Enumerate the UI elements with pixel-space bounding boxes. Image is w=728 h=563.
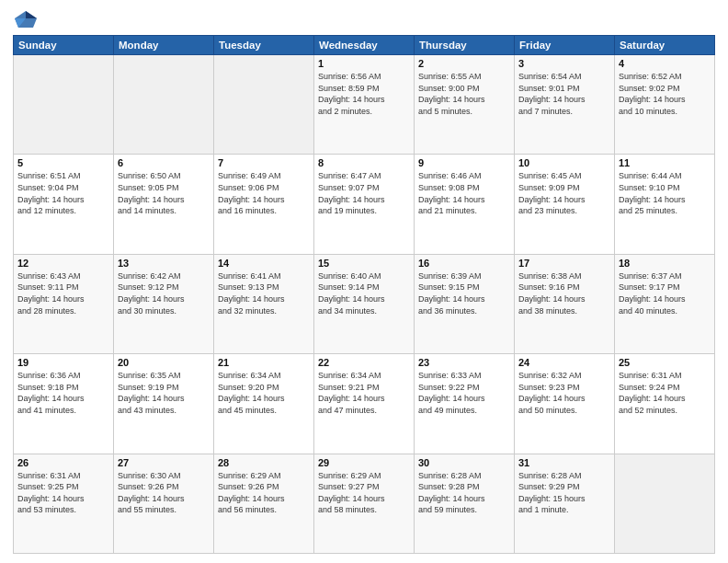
day-info: Sunrise: 6:36 AM Sunset: 9:18 PM Dayligh…: [17, 370, 109, 416]
day-info: Sunrise: 6:37 AM Sunset: 9:17 PM Dayligh…: [619, 270, 711, 316]
day-info: Sunrise: 6:28 AM Sunset: 9:29 PM Dayligh…: [518, 470, 610, 516]
day-number: 27: [118, 457, 210, 468]
calendar-cell: 16Sunrise: 6:39 AM Sunset: 9:15 PM Dayli…: [415, 254, 515, 353]
calendar-cell: 31Sunrise: 6:28 AM Sunset: 9:29 PM Dayli…: [515, 454, 615, 553]
day-info: Sunrise: 6:31 AM Sunset: 9:24 PM Dayligh…: [619, 370, 711, 416]
day-info: Sunrise: 6:34 AM Sunset: 9:20 PM Dayligh…: [218, 370, 310, 416]
day-number: 25: [619, 357, 711, 368]
day-info: Sunrise: 6:41 AM Sunset: 9:13 PM Dayligh…: [218, 270, 310, 316]
day-number: 31: [518, 457, 610, 468]
calendar-cell: 23Sunrise: 6:33 AM Sunset: 9:22 PM Dayli…: [415, 354, 515, 454]
calendar-table: SundayMondayTuesdayWednesdayThursdayFrid…: [13, 35, 715, 554]
day-info: Sunrise: 6:56 AM Sunset: 8:59 PM Dayligh…: [318, 71, 410, 117]
day-number: 12: [17, 258, 109, 269]
day-number: 22: [318, 357, 410, 368]
weekday-header: Sunday: [14, 36, 114, 55]
logo-icon: [13, 9, 39, 29]
calendar-cell: 6Sunrise: 6:50 AM Sunset: 9:05 PM Daylig…: [114, 155, 214, 254]
day-number: 20: [118, 357, 210, 368]
calendar-cell: 18Sunrise: 6:37 AM Sunset: 9:17 PM Dayli…: [615, 254, 715, 353]
day-info: Sunrise: 6:42 AM Sunset: 9:12 PM Dayligh…: [118, 270, 210, 316]
day-number: 15: [318, 258, 410, 269]
day-number: 9: [418, 157, 510, 168]
day-number: 21: [218, 357, 310, 368]
day-info: Sunrise: 6:51 AM Sunset: 9:04 PM Dayligh…: [17, 170, 109, 216]
day-info: Sunrise: 6:38 AM Sunset: 9:16 PM Dayligh…: [518, 270, 610, 316]
day-number: 5: [17, 157, 109, 168]
calendar-cell: [615, 454, 715, 553]
calendar-cell: 7Sunrise: 6:49 AM Sunset: 9:06 PM Daylig…: [214, 155, 314, 254]
day-info: Sunrise: 6:31 AM Sunset: 9:25 PM Dayligh…: [17, 470, 109, 516]
calendar-cell: 3Sunrise: 6:54 AM Sunset: 9:01 PM Daylig…: [515, 55, 615, 155]
day-info: Sunrise: 6:44 AM Sunset: 9:10 PM Dayligh…: [619, 170, 711, 216]
calendar-cell: 5Sunrise: 6:51 AM Sunset: 9:04 PM Daylig…: [14, 155, 114, 254]
day-number: 14: [218, 258, 310, 269]
weekday-header: Thursday: [415, 36, 515, 55]
day-info: Sunrise: 6:35 AM Sunset: 9:19 PM Dayligh…: [118, 370, 210, 416]
day-number: 3: [518, 58, 610, 69]
day-number: 10: [518, 157, 610, 168]
day-number: 30: [418, 457, 510, 468]
day-info: Sunrise: 6:28 AM Sunset: 9:28 PM Dayligh…: [418, 470, 510, 516]
day-info: Sunrise: 6:43 AM Sunset: 9:11 PM Dayligh…: [17, 270, 109, 316]
day-number: 19: [17, 357, 109, 368]
day-number: 29: [318, 457, 410, 468]
calendar-cell: 13Sunrise: 6:42 AM Sunset: 9:12 PM Dayli…: [114, 254, 214, 353]
day-number: 17: [518, 258, 610, 269]
day-number: 6: [118, 157, 210, 168]
calendar-cell: 28Sunrise: 6:29 AM Sunset: 9:26 PM Dayli…: [214, 454, 314, 553]
calendar-week-row: 5Sunrise: 6:51 AM Sunset: 9:04 PM Daylig…: [14, 155, 715, 254]
calendar-cell: 14Sunrise: 6:41 AM Sunset: 9:13 PM Dayli…: [214, 254, 314, 353]
day-number: 23: [418, 357, 510, 368]
calendar-week-row: 12Sunrise: 6:43 AM Sunset: 9:11 PM Dayli…: [14, 254, 715, 353]
day-number: 28: [218, 457, 310, 468]
page: SundayMondayTuesdayWednesdayThursdayFrid…: [0, 0, 728, 563]
day-info: Sunrise: 6:29 AM Sunset: 9:26 PM Dayligh…: [218, 470, 310, 516]
day-info: Sunrise: 6:33 AM Sunset: 9:22 PM Dayligh…: [418, 370, 510, 416]
day-info: Sunrise: 6:49 AM Sunset: 9:06 PM Dayligh…: [218, 170, 310, 216]
day-number: 24: [518, 357, 610, 368]
day-number: 8: [318, 157, 410, 168]
day-number: 4: [619, 58, 711, 69]
calendar-cell: 12Sunrise: 6:43 AM Sunset: 9:11 PM Dayli…: [14, 254, 114, 353]
day-info: Sunrise: 6:40 AM Sunset: 9:14 PM Dayligh…: [318, 270, 410, 316]
calendar-cell: [214, 55, 314, 155]
calendar-cell: 19Sunrise: 6:36 AM Sunset: 9:18 PM Dayli…: [14, 354, 114, 454]
calendar-cell: 25Sunrise: 6:31 AM Sunset: 9:24 PM Dayli…: [615, 354, 715, 454]
day-info: Sunrise: 6:46 AM Sunset: 9:08 PM Dayligh…: [418, 170, 510, 216]
day-number: 16: [418, 258, 510, 269]
day-info: Sunrise: 6:45 AM Sunset: 9:09 PM Dayligh…: [518, 170, 610, 216]
header: [13, 9, 715, 29]
day-info: Sunrise: 6:47 AM Sunset: 9:07 PM Dayligh…: [318, 170, 410, 216]
day-number: 1: [318, 58, 410, 69]
calendar-cell: [14, 55, 114, 155]
calendar-body: 1Sunrise: 6:56 AM Sunset: 8:59 PM Daylig…: [14, 55, 715, 554]
day-info: Sunrise: 6:29 AM Sunset: 9:27 PM Dayligh…: [318, 470, 410, 516]
calendar-cell: 24Sunrise: 6:32 AM Sunset: 9:23 PM Dayli…: [515, 354, 615, 454]
calendar-cell: 26Sunrise: 6:31 AM Sunset: 9:25 PM Dayli…: [14, 454, 114, 553]
day-info: Sunrise: 6:52 AM Sunset: 9:02 PM Dayligh…: [619, 71, 711, 117]
calendar-cell: 17Sunrise: 6:38 AM Sunset: 9:16 PM Dayli…: [515, 254, 615, 353]
day-number: 7: [218, 157, 310, 168]
day-info: Sunrise: 6:55 AM Sunset: 9:00 PM Dayligh…: [418, 71, 510, 117]
weekday-header: Monday: [114, 36, 214, 55]
calendar-week-row: 1Sunrise: 6:56 AM Sunset: 8:59 PM Daylig…: [14, 55, 715, 155]
day-number: 2: [418, 58, 510, 69]
calendar-cell: [114, 55, 214, 155]
day-number: 26: [17, 457, 109, 468]
calendar-header: SundayMondayTuesdayWednesdayThursdayFrid…: [14, 36, 715, 55]
day-info: Sunrise: 6:50 AM Sunset: 9:05 PM Dayligh…: [118, 170, 210, 216]
weekday-header: Tuesday: [214, 36, 314, 55]
weekday-header: Friday: [515, 36, 615, 55]
day-info: Sunrise: 6:39 AM Sunset: 9:15 PM Dayligh…: [418, 270, 510, 316]
calendar-week-row: 26Sunrise: 6:31 AM Sunset: 9:25 PM Dayli…: [14, 454, 715, 553]
day-number: 13: [118, 258, 210, 269]
weekday-row: SundayMondayTuesdayWednesdayThursdayFrid…: [14, 36, 715, 55]
calendar-cell: 10Sunrise: 6:45 AM Sunset: 9:09 PM Dayli…: [515, 155, 615, 254]
logo: [13, 9, 42, 29]
calendar-cell: 15Sunrise: 6:40 AM Sunset: 9:14 PM Dayli…: [314, 254, 415, 353]
calendar-cell: 2Sunrise: 6:55 AM Sunset: 9:00 PM Daylig…: [415, 55, 515, 155]
day-info: Sunrise: 6:30 AM Sunset: 9:26 PM Dayligh…: [118, 470, 210, 516]
calendar-cell: 9Sunrise: 6:46 AM Sunset: 9:08 PM Daylig…: [415, 155, 515, 254]
weekday-header: Saturday: [615, 36, 715, 55]
